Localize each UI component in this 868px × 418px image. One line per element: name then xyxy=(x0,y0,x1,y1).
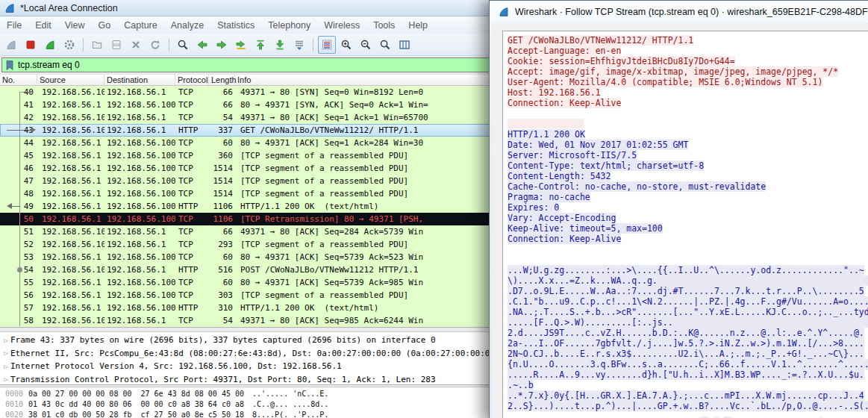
packet-row[interactable]: 55 192.168.56.1 192.168.56.100 TCP 60 80… xyxy=(0,276,493,289)
stream-line: 2..S}...)....t...p.^)...|....GP.+.w..B?.… xyxy=(508,401,868,411)
packet-row[interactable]: 54 192.168.56.100 192.168.56.1 HTTP 516 … xyxy=(0,263,493,276)
stream-line: Connection: Keep-Alive xyxy=(508,98,868,108)
packet-row[interactable]: 48 192.168.56.1 192.168.56.100 TCP 1514 … xyxy=(0,187,493,200)
zoom-in-icon[interactable] xyxy=(337,36,355,54)
go-back-icon[interactable] xyxy=(193,36,211,54)
capture-options-icon[interactable] xyxy=(60,36,78,54)
stream-line: 2N~O.CJ..b....E..r.s.x3$.........U2.i\..… xyxy=(508,349,868,359)
detail-row[interactable]: ▷Ethernet II, Src: PcsCompu_6e:43:8d (08… xyxy=(0,347,493,361)
stream-line: User-Agent: Mozilla/4.0 (compatible; MSI… xyxy=(508,77,868,87)
stream-line: Date: Wed, 01 Nov 2017 01:02:55 GMT xyxy=(508,140,868,150)
packet-row[interactable]: 43 192.168.56.100 192.168.56.1 HTTP 337 … xyxy=(0,124,493,137)
stream-line: {n.U....O.......3.q.BFw...s..a.......C;.… xyxy=(508,359,868,369)
detail-row[interactable]: ▷Frame 43: 337 bytes on wire (2696 bits)… xyxy=(0,334,493,347)
wireshark-logo-icon xyxy=(498,6,510,18)
menu-item[interactable]: Capture xyxy=(117,18,163,33)
zoom-out-icon[interactable] xyxy=(357,36,375,54)
packet-row[interactable]: 56 192.168.56.1 192.168.56.100 TCP 303 [… xyxy=(0,289,493,302)
packet-row[interactable]: 58 192.168.56.100 192.168.56.1 TCP 54 49… xyxy=(0,314,493,327)
display-filter-input[interactable]: tcp.stream eq 0 xyxy=(1,57,491,72)
auto-scroll-icon[interactable] xyxy=(290,36,308,54)
stream-line xyxy=(508,108,868,119)
pane-splitter[interactable] xyxy=(0,327,493,332)
find-packet-icon[interactable] xyxy=(174,36,192,54)
hex-row[interactable]: 0020 38 01 c0 db 00 50 28 fb cf 27 50 a0… xyxy=(0,409,493,418)
reload-icon[interactable] xyxy=(146,36,164,54)
col-header-length[interactable]: Length xyxy=(209,75,235,85)
expand-arrow-icon[interactable]: ▷ xyxy=(0,363,10,370)
packet-row[interactable]: 51 192.168.56.100 192.168.56.1 TCP 66 49… xyxy=(0,225,493,238)
related-packets-line xyxy=(19,92,20,326)
filter-text: tcp.stream eq 0 xyxy=(18,60,80,70)
stream-line: Cookie: session=EhfhigvJtdeiBHcDu8Iy7Do+… xyxy=(508,56,868,66)
expand-arrow-icon[interactable]: ▷ xyxy=(0,337,10,344)
dialog-client-area: GET /CWoNaJLBo/VTNeWw11212/ HTTP/1.1 Acc… xyxy=(492,23,868,418)
col-header-destination[interactable]: Destination xyxy=(104,75,175,85)
related-packets-line xyxy=(19,213,20,225)
packet-list[interactable]: 40 192.168.56.100 192.168.56.1 TCP 66 49… xyxy=(0,86,493,327)
restart-capture-icon[interactable] xyxy=(41,36,59,54)
stream-content[interactable]: GET /CWoNaJLBo/VTNeWw11212/ HTTP/1.1 Acc… xyxy=(502,31,868,418)
go-to-packet-icon[interactable] xyxy=(232,36,250,54)
save-file-icon[interactable]: 010 xyxy=(107,36,125,54)
packet-details-pane[interactable]: ▷Frame 43: 337 bytes on wire (2696 bits)… xyxy=(0,332,493,384)
packet-row[interactable]: 49 192.168.56.1 192.168.56.100 HTTP 1106… xyxy=(0,200,493,213)
packet-row[interactable]: 53 192.168.56.1 192.168.56.100 TCP 60 80… xyxy=(0,251,493,263)
menu-item[interactable]: Telephony xyxy=(261,18,317,33)
filter-bookmark-icon[interactable] xyxy=(4,60,15,71)
col-header-protocol[interactable]: Protocol xyxy=(175,75,209,85)
expand-arrow-icon[interactable]: ▷ xyxy=(0,349,10,357)
detail-row[interactable]: ▷Internet Protocol Version 4, Src: 192.1… xyxy=(0,360,493,373)
stream-line: Accept-Language: en-en xyxy=(508,46,868,56)
packet-bytes-pane[interactable]: 0000 0a 00 27 00 00 00 08 00 27 6e 43 8d… xyxy=(0,387,493,418)
stop-capture-icon[interactable] xyxy=(22,36,40,54)
hex-row[interactable]: 0010 01 43 0c dd 40 00 80 06 00 00 c0 a8… xyxy=(0,399,493,409)
menu-item[interactable]: View xyxy=(58,18,92,33)
packet-row[interactable]: 41 192.168.56.1 192.168.56.100 TCP 66 80… xyxy=(0,99,493,111)
main-titlebar[interactable]: *Local Area Connection xyxy=(0,0,493,16)
colorize-icon[interactable] xyxy=(318,36,336,54)
menu-item[interactable]: Wireless xyxy=(317,18,366,33)
expand-arrow-icon[interactable]: ▷ xyxy=(0,375,10,383)
packet-row[interactable]: 50 192.168.56.1 192.168.56.100 TCP 1106 … xyxy=(0,213,493,225)
response-packet-arrow xyxy=(12,206,20,207)
stream-line: Pragma: no-cache xyxy=(508,192,868,202)
filter-bar: tcp.stream eq 0 xyxy=(0,56,493,74)
current-packet-arrow-head xyxy=(31,127,36,133)
stream-line: Connection: Keep-Alive xyxy=(508,234,868,244)
packet-row[interactable]: 42 192.168.56.100 192.168.56.1 TCP 54 49… xyxy=(0,111,493,124)
packet-row[interactable]: 57 192.168.56.1 192.168.56.100 HTTP 310 … xyxy=(0,302,493,314)
toolbar-separator xyxy=(169,38,169,52)
stream-line: 2a-...I..OF......7gbfvlt./.j....]w.5.?.>… xyxy=(508,338,868,349)
stream-line: Cache-Control: no-cache, no-store, must-… xyxy=(508,181,868,192)
packet-row[interactable]: 45 192.168.56.1 192.168.56.100 TCP 360 [… xyxy=(0,149,493,162)
go-top-icon[interactable] xyxy=(252,36,269,54)
menu-item[interactable]: Edit xyxy=(28,18,58,33)
menu-item[interactable]: Go xyxy=(92,18,118,33)
stream-line: .....R....A..9...vy.......d}h.["U.h..i..… xyxy=(508,369,868,380)
start-capture-icon[interactable] xyxy=(2,36,20,54)
col-header-info[interactable]: Info xyxy=(235,75,493,85)
packet-row[interactable]: 52 192.168.56.100 192.168.56.1 TCP 293 [… xyxy=(0,238,493,251)
menu-item[interactable]: Statistics xyxy=(210,18,261,33)
open-file-icon[interactable] xyxy=(88,36,106,54)
close-capture-icon[interactable] xyxy=(127,36,145,54)
packet-row[interactable]: 40 192.168.56.100 192.168.56.1 TCP 66 49… xyxy=(0,86,493,99)
dialog-titlebar[interactable]: Wireshark · Follow TCP Stream (tcp.strea… xyxy=(490,1,868,23)
menu-item[interactable]: Analyze xyxy=(164,18,210,33)
col-header-source[interactable]: Source xyxy=(37,75,104,85)
menu-item[interactable]: File xyxy=(0,18,28,33)
packet-row[interactable]: 46 192.168.56.1 192.168.56.100 TCP 1514 … xyxy=(0,162,493,175)
menu-item[interactable]: Tools xyxy=(366,18,402,33)
go-forward-icon[interactable] xyxy=(213,36,231,54)
resize-columns-icon[interactable] xyxy=(396,36,413,54)
stream-start-corner xyxy=(19,92,34,93)
packet-row[interactable]: 47 192.168.56.1 192.168.56.100 TCP 1514 … xyxy=(0,175,493,187)
col-header-no[interactable]: No. xyxy=(0,75,37,85)
stream-line: Host: 192.168.56.1 xyxy=(508,87,868,98)
go-bottom-icon[interactable] xyxy=(271,36,289,54)
packet-row[interactable]: 44 192.168.56.1 192.168.56.100 TCP 60 80… xyxy=(0,137,493,149)
hex-row[interactable]: 0000 0a 00 27 00 00 00 08 00 27 6e 43 8d… xyxy=(0,388,493,399)
zoom-original-icon[interactable] xyxy=(376,36,394,54)
menu-item[interactable]: Help xyxy=(402,18,434,33)
